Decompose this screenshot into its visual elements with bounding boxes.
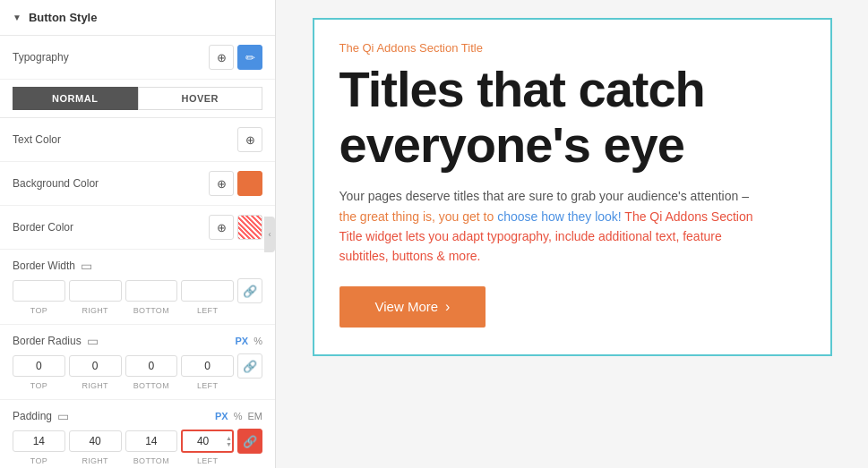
text-color-label: Text Color bbox=[13, 133, 61, 146]
border-color-label: Border Color bbox=[13, 221, 73, 234]
left-panel: ▼ Button Style Typography ⊕ ✏ NORMAL HOV… bbox=[0, 0, 276, 468]
border-radius-right[interactable] bbox=[69, 355, 122, 377]
border-color-controls: ⊕ bbox=[209, 215, 262, 240]
border-radius-right-label: RIGHT bbox=[69, 381, 122, 390]
border-width-section: Border Width ▭ 🔗 TOP RIGHT BOTTOM LEFT bbox=[0, 250, 275, 325]
padding-em-unit[interactable]: EM bbox=[248, 411, 263, 421]
main-title-line2: everyone's eye bbox=[339, 116, 684, 173]
padding-top[interactable] bbox=[13, 430, 65, 452]
border-radius-left[interactable] bbox=[181, 355, 234, 377]
desc-highlight-blue: choose how they look! bbox=[497, 209, 622, 224]
border-width-right-label: RIGHT bbox=[69, 306, 122, 315]
padding-section: Padding ▭ PX % EM ▲ ▼ 🔗 TOP RIGHT BOTTOM bbox=[0, 400, 275, 468]
typography-controls: ⊕ ✏ bbox=[209, 45, 262, 70]
border-radius-bottom-label: BOTTOM bbox=[125, 381, 178, 390]
state-tabs-row: NORMAL HOVER bbox=[0, 80, 275, 118]
border-radius-header: Border Radius ▭ PX % bbox=[13, 334, 262, 348]
padding-inputs: ▲ ▼ 🔗 bbox=[13, 429, 262, 454]
border-width-link-icon[interactable]: 🔗 bbox=[237, 278, 262, 303]
main-title-line1: Titles that catch bbox=[339, 61, 705, 117]
preview-box: The Qi Addons Section Title Titles that … bbox=[313, 18, 832, 356]
padding-bottom[interactable] bbox=[125, 430, 178, 452]
padding-px-unit[interactable]: PX bbox=[215, 411, 228, 421]
preview-description: Your pages deserve titles that are sure … bbox=[339, 186, 769, 267]
border-radius-monitor-icon: ▭ bbox=[87, 334, 99, 348]
bg-color-controls: ⊕ bbox=[209, 171, 262, 196]
padding-right-label: RIGHT bbox=[69, 456, 122, 465]
preview-main-title: Titles that catch everyone's eye bbox=[339, 62, 805, 172]
border-radius-label: Border Radius bbox=[13, 335, 82, 347]
typography-row: Typography ⊕ ✏ bbox=[0, 36, 275, 80]
bg-color-label: Background Color bbox=[13, 177, 99, 190]
section-header: ▼ Button Style bbox=[0, 0, 275, 36]
border-radius-inputs: 🔗 bbox=[13, 353, 262, 379]
padding-top-label: TOP bbox=[13, 456, 65, 465]
border-width-top-label: TOP bbox=[13, 306, 65, 315]
border-color-row: Border Color ⊕ bbox=[0, 206, 275, 250]
text-color-row: Text Color ⊕ bbox=[0, 118, 275, 162]
collapse-handle[interactable]: ‹ bbox=[264, 217, 275, 252]
normal-tab[interactable]: NORMAL bbox=[13, 87, 138, 110]
typography-label: Typography bbox=[13, 51, 69, 64]
padding-bottom-label: BOTTOM bbox=[125, 456, 178, 465]
border-radius-left-label: LEFT bbox=[181, 381, 234, 390]
text-color-globe-icon[interactable]: ⊕ bbox=[237, 127, 262, 152]
bg-color-row: Background Color ⊕ bbox=[0, 162, 275, 206]
padding-pct-unit[interactable]: % bbox=[234, 411, 243, 421]
padding-left-stepper: ▲ ▼ bbox=[226, 430, 232, 453]
border-width-top[interactable] bbox=[13, 280, 65, 302]
border-radius-sub-labels: TOP RIGHT BOTTOM LEFT bbox=[13, 381, 262, 390]
border-radius-section: Border Radius ▭ PX % 🔗 TOP RIGHT BOTTOM … bbox=[0, 325, 275, 400]
border-radius-bottom[interactable] bbox=[125, 355, 178, 377]
monitor-icon: ▭ bbox=[81, 259, 92, 273]
padding-left-wrap: ▲ ▼ bbox=[181, 430, 234, 453]
stepper-up-icon[interactable]: ▲ bbox=[226, 435, 232, 441]
desc-highlight-orange: the great thing is, you get to bbox=[339, 209, 494, 224]
border-width-left-label: LEFT bbox=[181, 306, 234, 315]
border-width-bottom-label: BOTTOM bbox=[125, 306, 178, 315]
border-color-swatch[interactable] bbox=[237, 215, 262, 240]
border-width-header: Border Width ▭ bbox=[13, 259, 262, 273]
pencil-icon-btn[interactable]: ✏ bbox=[237, 45, 262, 70]
border-color-globe-icon[interactable]: ⊕ bbox=[209, 215, 234, 240]
text-color-controls: ⊕ bbox=[237, 127, 262, 152]
view-more-button[interactable]: View More › bbox=[339, 286, 486, 328]
border-width-left[interactable] bbox=[181, 280, 234, 302]
padding-link-icon[interactable]: 🔗 bbox=[237, 429, 262, 454]
section-title: Button Style bbox=[29, 11, 98, 24]
bg-color-globe-icon[interactable]: ⊕ bbox=[209, 171, 234, 196]
border-radius-top[interactable] bbox=[13, 355, 65, 377]
border-width-sub-labels: TOP RIGHT BOTTOM LEFT bbox=[13, 306, 262, 315]
chevron-right-icon: › bbox=[445, 299, 450, 315]
border-radius-link-icon[interactable]: 🔗 bbox=[237, 353, 262, 379]
globe-icon-btn[interactable]: ⊕ bbox=[209, 45, 234, 70]
border-width-right[interactable] bbox=[69, 280, 122, 302]
stepper-down-icon[interactable]: ▼ bbox=[226, 441, 232, 447]
padding-left-label: LEFT bbox=[181, 456, 234, 465]
padding-sub-labels: TOP RIGHT BOTTOM LEFT bbox=[13, 456, 262, 465]
padding-monitor-icon: ▭ bbox=[57, 409, 69, 423]
chevron-down-icon: ▼ bbox=[13, 13, 21, 22]
padding-right[interactable] bbox=[69, 430, 122, 452]
border-width-inputs: 🔗 bbox=[13, 278, 262, 303]
padding-label: Padding bbox=[13, 410, 52, 422]
bg-color-swatch[interactable] bbox=[237, 171, 262, 196]
padding-header: Padding ▭ PX % EM bbox=[13, 409, 262, 423]
hover-tab[interactable]: HOVER bbox=[138, 87, 263, 110]
border-width-label: Border Width bbox=[13, 260, 75, 272]
border-width-bottom[interactable] bbox=[125, 280, 178, 302]
border-radius-pct-unit[interactable]: % bbox=[254, 336, 262, 346]
preview-subtitle: The Qi Addons Section Title bbox=[339, 41, 805, 55]
border-radius-px-unit[interactable]: PX bbox=[236, 336, 249, 346]
right-panel: The Qi Addons Section Title Titles that … bbox=[276, 0, 868, 468]
view-more-label: View More bbox=[375, 299, 439, 314]
border-radius-top-label: TOP bbox=[13, 381, 65, 390]
